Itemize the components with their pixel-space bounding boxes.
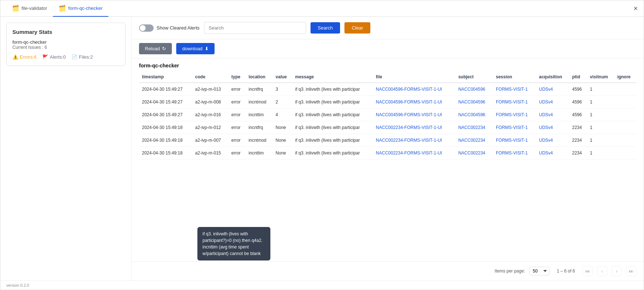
col-location: location — [246, 71, 273, 83]
link-subject[interactable]: NACC004596 — [458, 87, 485, 92]
toolbar: Show Cleared Alerts Search Clear — [132, 17, 644, 39]
cell-subject[interactable]: NACC002234 — [455, 147, 493, 160]
link-acquisition[interactable]: UDSv4 — [539, 150, 553, 156]
next-page-button[interactable]: › — [612, 266, 622, 276]
link-acquisition[interactable]: UDSv4 — [539, 112, 553, 117]
link-subject[interactable]: NACC004596 — [458, 99, 485, 105]
cell-ignore — [614, 96, 636, 109]
link-acquisition[interactable]: UDSv4 — [539, 125, 553, 130]
cell-file[interactable]: NACC002234-FORMS-VISIT-1-UI — [373, 147, 455, 160]
cell-message: if q3. inlivwth (lives with participar — [292, 83, 373, 96]
cell-subject[interactable]: NACC002234 — [455, 134, 493, 147]
table-header: timestamp code type location value messa… — [139, 71, 636, 83]
cell-file[interactable]: NACC004596-FORMS-VISIT-1-UI — [373, 109, 455, 121]
cell-type: error — [228, 96, 246, 109]
cell-acquisition[interactable]: UDSv4 — [536, 121, 569, 134]
link-subject[interactable]: NACC002234 — [458, 150, 485, 156]
search-input[interactable] — [204, 22, 306, 34]
cell-acquisition[interactable]: UDSv4 — [536, 147, 569, 160]
items-per-page-select[interactable]: 10 25 50 100 — [529, 267, 549, 275]
cell-session[interactable]: FORMS-VISIT-1 — [493, 96, 536, 109]
cell-value: None — [273, 121, 292, 134]
cell-code: a2-ivp-m-007 — [192, 134, 228, 147]
tooltip-text: if q3. inlivwth (lives with participant?… — [203, 231, 262, 256]
table-row: 2024-04-30 15:49:27a2-ivp-m-016errorincn… — [139, 109, 636, 121]
link-subject[interactable]: NACC004596 — [458, 112, 485, 117]
cell-file[interactable]: NACC002234-FORMS-VISIT-1-UI — [373, 121, 455, 134]
last-page-button[interactable]: ⏭ — [626, 266, 636, 276]
cell-location: incntmod — [246, 96, 273, 109]
search-button[interactable]: Search — [311, 22, 340, 34]
cell-ptid: 4596 — [569, 83, 587, 96]
link-session[interactable]: FORMS-VISIT-1 — [496, 99, 528, 105]
cell-timestamp: 2024-04-30 15:49:18 — [139, 121, 192, 134]
clear-button[interactable]: Clear — [344, 22, 370, 34]
cell-file[interactable]: NACC004596-FORMS-VISIT-1-UI — [373, 83, 455, 96]
link-subject[interactable]: NACC002234 — [458, 138, 485, 143]
cell-ptid: 2234 — [569, 134, 587, 147]
cell-timestamp: 2024-04-30 15:49:27 — [139, 96, 192, 109]
link-session[interactable]: FORMS-VISIT-1 — [496, 112, 528, 117]
reload-button[interactable]: Reload ↻ — [139, 43, 172, 54]
cell-timestamp: 2024-04-30 15:49:27 — [139, 109, 192, 121]
link-file[interactable]: NACC004596-FORMS-VISIT-1-UI — [376, 99, 442, 105]
tab-file-validator[interactable]: 🗂️ file-validator — [6, 0, 53, 17]
link-file[interactable]: NACC004596-FORMS-VISIT-1-UI — [376, 87, 442, 92]
summary-title: Summary Stats — [12, 29, 119, 35]
col-value: value — [273, 71, 292, 83]
cell-session[interactable]: FORMS-VISIT-1 — [493, 83, 536, 96]
cell-value: 4 — [273, 109, 292, 121]
link-session[interactable]: FORMS-VISIT-1 — [496, 125, 528, 130]
cell-subject[interactable]: NACC002234 — [455, 121, 493, 134]
files-icon: 📄 — [72, 54, 77, 60]
link-session[interactable]: FORMS-VISIT-1 — [496, 87, 528, 92]
cell-session[interactable]: FORMS-VISIT-1 — [493, 134, 536, 147]
first-page-button[interactable]: ⏮ — [582, 266, 593, 276]
right-panel: Show Cleared Alerts Search Clear Reload … — [132, 17, 644, 281]
link-file[interactable]: NACC002234-FORMS-VISIT-1-UI — [376, 125, 442, 130]
cell-location: incntmod — [246, 134, 273, 147]
cell-visitnum: 1 — [587, 121, 614, 134]
cell-file[interactable]: NACC002234-FORMS-VISIT-1-UI — [373, 134, 455, 147]
flag-icon: 🚩 — [42, 54, 48, 60]
summary-card: Summary Stats form-qc-checker Current Is… — [6, 23, 126, 66]
cell-ptid: 4596 — [569, 96, 587, 109]
cell-subject[interactable]: NACC004596 — [455, 96, 493, 109]
download-button[interactable]: download ⬇ — [176, 43, 215, 54]
close-button[interactable]: × — [633, 4, 638, 13]
cell-acquisition[interactable]: UDSv4 — [536, 134, 569, 147]
cell-message: if q3. inlivwth (lives with participar — [292, 109, 373, 121]
cell-subject[interactable]: NACC004596 — [455, 83, 493, 96]
tabs-bar: 🗂️ file-validator 🗂️ form-qc-checker × — [0, 0, 644, 17]
cell-type: error — [228, 121, 246, 134]
cell-session[interactable]: FORMS-VISIT-1 — [493, 121, 536, 134]
show-cleared-alerts-toggle[interactable] — [139, 24, 154, 32]
cell-code: a2-ivp-m-013 — [192, 83, 228, 96]
items-per-page-label: Items per page: — [495, 269, 525, 274]
col-session: session — [493, 71, 536, 83]
cell-session[interactable]: FORMS-VISIT-1 — [493, 109, 536, 121]
cell-acquisition[interactable]: UDSv4 — [536, 83, 569, 96]
cell-file[interactable]: NACC004596-FORMS-VISIT-1-UI — [373, 96, 455, 109]
table-row: 2024-04-30 15:49:18a2-ivp-m-015errorincn… — [139, 147, 636, 160]
tab-form-qc-checker[interactable]: 🗂️ form-qc-checker — [53, 0, 108, 17]
cell-session[interactable]: FORMS-VISIT-1 — [493, 147, 536, 160]
cell-timestamp: 2024-04-30 15:49:27 — [139, 83, 192, 96]
link-file[interactable]: NACC004596-FORMS-VISIT-1-UI — [376, 112, 442, 117]
stat-errors: ⚠️ Errors:6 — [12, 54, 36, 60]
cell-acquisition[interactable]: UDSv4 — [536, 96, 569, 109]
link-subject[interactable]: NACC002234 — [458, 125, 485, 130]
link-file[interactable]: NACC002234-FORMS-VISIT-1-UI — [376, 138, 442, 143]
prev-page-button[interactable]: ‹ — [597, 266, 607, 276]
cell-subject[interactable]: NACC004596 — [455, 109, 493, 121]
stat-files: 📄 Files:2 — [72, 54, 93, 60]
link-acquisition[interactable]: UDSv4 — [539, 99, 553, 105]
link-acquisition[interactable]: UDSv4 — [539, 138, 553, 143]
cell-acquisition[interactable]: UDSv4 — [536, 109, 569, 121]
link-session[interactable]: FORMS-VISIT-1 — [496, 138, 528, 143]
col-code: code — [192, 71, 228, 83]
link-session[interactable]: FORMS-VISIT-1 — [496, 150, 528, 156]
cell-message: if q3. inlivwth (lives with participar — [292, 121, 373, 134]
link-file[interactable]: NACC002234-FORMS-VISIT-1-UI — [376, 150, 442, 156]
link-acquisition[interactable]: UDSv4 — [539, 87, 553, 92]
